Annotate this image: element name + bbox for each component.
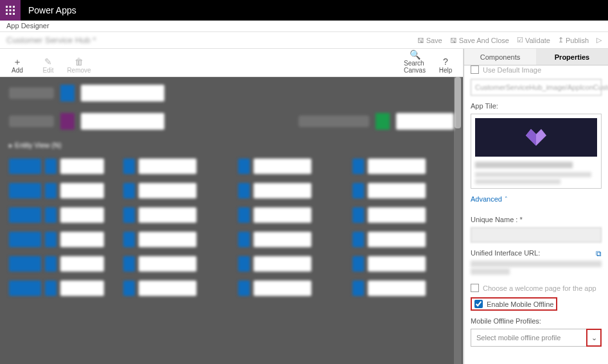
- entity-cell[interactable]: [123, 183, 225, 198]
- entity-cell[interactable]: [352, 159, 454, 174]
- waffle-icon: [5, 5, 15, 15]
- checkbox-icon[interactable]: [471, 284, 479, 292]
- validate-button[interactable]: ☑Validate: [517, 36, 550, 44]
- chevron-down-icon: ⌄: [591, 334, 597, 342]
- entity-cell[interactable]: [123, 159, 225, 174]
- entity-cell[interactable]: [352, 183, 454, 198]
- tile-desc: [475, 179, 560, 184]
- select-placeholder: Select mobile offline profile: [471, 329, 586, 346]
- publish-button[interactable]: ↥Publish: [558, 36, 589, 44]
- tab-properties[interactable]: Properties: [536, 49, 608, 65]
- entity-cell[interactable]: [9, 183, 110, 198]
- entity-cell[interactable]: [123, 256, 225, 272]
- canvas-tile[interactable]: [376, 113, 390, 130]
- chevron-up-icon: ˄: [505, 196, 508, 202]
- canvas-section-label: [299, 116, 369, 127]
- entity-cell[interactable]: [238, 232, 340, 247]
- entity-view-header: ▸ Entity View (N): [9, 141, 454, 150]
- app-tile-image: [475, 118, 597, 157]
- scrollbar-thumb[interactable]: [455, 77, 461, 128]
- save-close-icon: 🖫: [450, 37, 457, 44]
- mobile-offline-profile-select[interactable]: Select mobile offline profile ⌄: [471, 329, 602, 347]
- canvas-toolbar: ＋Add ✎Edit 🗑Remove 🔍Search Canvas ?Help: [0, 49, 463, 77]
- pencil-icon: ✎: [44, 56, 52, 67]
- save-icon: 🖫: [417, 37, 424, 44]
- designer-canvas[interactable]: ▸ Entity View (N): [0, 77, 463, 364]
- svg-rect-3: [6, 10, 8, 12]
- canvas-scrollbar[interactable]: [454, 77, 462, 364]
- entity-cell[interactable]: [9, 281, 110, 296]
- global-header: Power Apps: [0, 0, 608, 21]
- canvas-tile[interactable]: [60, 85, 74, 101]
- svg-rect-8: [13, 13, 15, 15]
- enable-mobile-offline-checkbox[interactable]: [474, 300, 483, 308]
- canvas-tile[interactable]: [81, 85, 164, 101]
- entity-cell[interactable]: [9, 207, 110, 223]
- select-dropdown-button[interactable]: ⌄: [586, 329, 602, 347]
- help-icon: ?: [443, 56, 448, 67]
- entity-cell[interactable]: [352, 281, 454, 296]
- entity-cell[interactable]: [9, 256, 110, 272]
- search-canvas-button[interactable]: 🔍Search Canvas: [404, 49, 426, 74]
- use-default-image-label: Use Default Image: [483, 66, 541, 74]
- entity-cell[interactable]: [238, 183, 340, 198]
- svg-rect-7: [10, 13, 12, 15]
- app-launcher-button[interactable]: [0, 0, 21, 21]
- trash-icon: 🗑: [74, 56, 83, 67]
- checkbox-icon[interactable]: [471, 65, 479, 74]
- play-icon: ▷: [596, 36, 602, 44]
- command-bar: Customer Service Hub * 🖫Save 🖫Save And C…: [0, 32, 608, 49]
- enable-mobile-offline-row[interactable]: Enable Mobile Offline: [471, 297, 557, 311]
- svg-rect-5: [13, 10, 15, 12]
- canvas-section-label: [9, 116, 54, 127]
- copy-icon[interactable]: ⧉: [596, 249, 602, 258]
- entity-cell[interactable]: [9, 232, 110, 247]
- canvas-tile[interactable]: [60, 113, 74, 130]
- add-button[interactable]: ＋Add: [6, 56, 28, 74]
- entity-cell[interactable]: [123, 281, 225, 296]
- entity-cell[interactable]: [123, 232, 225, 247]
- help-button[interactable]: ?Help: [435, 56, 456, 74]
- remove-button[interactable]: 🗑Remove: [68, 56, 90, 74]
- plus-icon: ＋: [13, 56, 22, 67]
- entity-cell[interactable]: [238, 207, 340, 223]
- svg-marker-10: [526, 129, 536, 146]
- page-title: Customer Service Hub *: [6, 35, 96, 45]
- panel-tabs: Components Properties: [464, 49, 608, 65]
- tile-title: [475, 162, 573, 168]
- entity-cell[interactable]: [238, 256, 340, 272]
- heart-icon: [522, 126, 550, 148]
- play-button[interactable]: ▷: [596, 36, 602, 44]
- entity-cell[interactable]: [238, 281, 340, 296]
- entity-cell[interactable]: [123, 207, 225, 223]
- entity-cell[interactable]: [9, 159, 110, 174]
- edit-button[interactable]: ✎Edit: [37, 56, 59, 74]
- enable-mobile-offline-label: Enable Mobile Offline: [487, 300, 553, 308]
- properties-panel: Components Properties Use Default Image …: [464, 49, 608, 364]
- brand-label: Power Apps: [21, 5, 76, 15]
- mobile-offline-profiles-label: Mobile Offline Profiles:: [471, 317, 602, 325]
- canvas-panel: ＋Add ✎Edit 🗑Remove 🔍Search Canvas ?Help: [0, 49, 464, 364]
- entity-cell[interactable]: [238, 159, 340, 174]
- canvas-tile[interactable]: [396, 113, 454, 130]
- designer-label: App Designer: [0, 21, 608, 32]
- unique-name-field[interactable]: [471, 227, 602, 243]
- svg-rect-1: [10, 6, 12, 8]
- image-select[interactable]: CustomerServiceHub_image/AppIconCustom..…: [471, 79, 602, 96]
- entity-cell[interactable]: [352, 232, 454, 247]
- tile-desc: [475, 172, 591, 177]
- tab-components[interactable]: Components: [464, 49, 536, 65]
- advanced-toggle[interactable]: Advanced ˄: [471, 195, 508, 203]
- welcome-page-label: Choose a welcome page for the app: [483, 284, 596, 292]
- unified-url-value: [471, 261, 602, 267]
- entity-cell[interactable]: [352, 256, 454, 272]
- entity-cell[interactable]: [352, 207, 454, 223]
- app-tile-label: App Tile:: [471, 102, 602, 110]
- use-default-image-row[interactable]: Use Default Image: [471, 65, 602, 74]
- save-button[interactable]: 🖫Save: [417, 36, 442, 44]
- welcome-page-row[interactable]: Choose a welcome page for the app: [471, 284, 602, 292]
- canvas-tile[interactable]: [81, 113, 164, 130]
- save-and-close-button[interactable]: 🖫Save And Close: [450, 36, 509, 44]
- app-tile-preview: [471, 114, 602, 189]
- svg-rect-2: [13, 6, 15, 8]
